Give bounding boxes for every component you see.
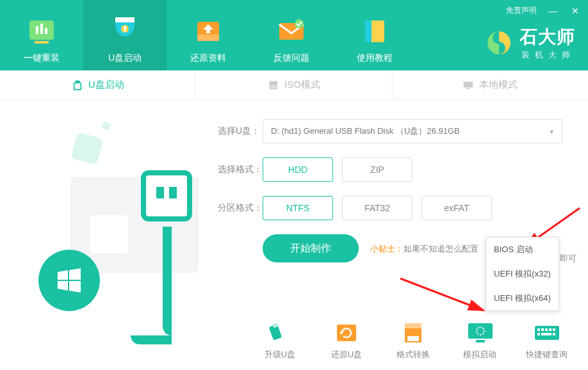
svg-rect-26: [407, 336, 419, 341]
mode-tab-usb[interactable]: U盘启动: [0, 70, 196, 99]
mode-tab-iso[interactable]: ISO ISO模式: [196, 70, 392, 99]
format-option-hdd[interactable]: HDD: [263, 157, 333, 182]
svg-rect-33: [545, 328, 548, 331]
tool-label: 升级U盘: [265, 349, 295, 360]
mode-label: ISO模式: [284, 79, 320, 91]
nav-label: 反馈问题: [274, 52, 309, 64]
popup-item-bios[interactable]: BIOS 启动: [486, 237, 559, 262]
svg-text:ISO: ISO: [271, 84, 278, 89]
keyboard-icon: [534, 322, 559, 344]
topbar: 免责声明 — ✕: [506, 5, 582, 16]
nav-item-feedback[interactable]: 反馈问题: [250, 0, 333, 70]
tip-label: 小贴士：: [370, 244, 404, 253]
nav-label: 一键重装: [24, 52, 60, 64]
brand-name: 石大师: [519, 25, 575, 49]
svg-rect-5: [115, 17, 135, 22]
tool-convert[interactable]: 格式转换: [391, 322, 436, 360]
upgrade-icon: [267, 322, 293, 344]
mode-label: 本地模式: [479, 79, 518, 91]
svg-rect-27: [468, 323, 493, 339]
nav-item-usb[interactable]: U盘启动: [83, 0, 167, 70]
svg-rect-14: [74, 83, 81, 90]
brand-sub: 装机大师: [521, 49, 575, 61]
partition-option-ntfs[interactable]: NTFS: [263, 196, 333, 220]
brand-logo-icon: [485, 29, 513, 57]
svg-rect-3: [45, 28, 47, 34]
tool-label: 模拟启动: [463, 349, 496, 360]
svg-rect-35: [553, 328, 555, 331]
svg-rect-17: [464, 81, 473, 87]
partition-label: 分区格式：: [218, 202, 263, 214]
nav-item-restore[interactable]: 还原资料: [167, 0, 250, 70]
start-button[interactable]: 开始制作: [263, 234, 359, 262]
nav-label: 还原资料: [190, 52, 226, 64]
trailing-text: 即可: [560, 253, 576, 264]
tool-label: 快捷键查询: [526, 349, 568, 360]
svg-rect-34: [549, 328, 551, 331]
tool-hotkey[interactable]: 快捷键查询: [524, 322, 569, 360]
svg-rect-12: [365, 20, 372, 42]
windows-icon: [38, 250, 100, 311]
feedback-icon: [278, 15, 305, 47]
svg-rect-2: [40, 24, 43, 34]
mode-tab-local[interactable]: 本地模式: [393, 70, 588, 99]
nav-label: U盘启动: [108, 52, 142, 64]
disk-select[interactable]: D: (hd1) General USB Flash Disk （U盘）26.9…: [263, 119, 562, 143]
svg-rect-25: [405, 323, 421, 328]
local-icon: [462, 79, 474, 91]
svg-point-10: [295, 19, 304, 28]
popup-item-uefi-x32[interactable]: UEFI 模拟(x32): [486, 262, 559, 286]
restore-usb-icon: [334, 322, 359, 344]
format-option-zip[interactable]: ZIP: [342, 157, 412, 182]
simulate-icon: [467, 322, 493, 344]
svg-rect-36: [537, 333, 540, 335]
nav: 一键重装 U盘启动 还原资料 反馈问题 使用教程: [0, 0, 416, 70]
usb-icon: [111, 15, 138, 47]
tip-text: 如果不知道怎么配置: [404, 244, 478, 253]
chevron-down-icon: ▾: [550, 127, 554, 136]
usb-small-icon: [72, 79, 83, 91]
bottom-toolbar: 升级U盘 还原U盘 格式转换 模拟启动 快捷键查询: [0, 322, 588, 360]
reinstall-icon: [28, 15, 55, 47]
mode-tabs: U盘启动 ISO ISO模式 本地模式: [0, 70, 588, 100]
tutorial-icon: [361, 15, 388, 47]
simulate-popup: BIOS 启动 UEFI 模拟(x32) UEFI 模拟(x64): [486, 237, 559, 311]
partition-option-fat32[interactable]: FAT32: [342, 196, 412, 220]
tool-label: 还原U盘: [331, 349, 362, 360]
popup-item-uefi-x64[interactable]: UEFI 模拟(x64): [486, 286, 559, 310]
svg-rect-31: [537, 328, 540, 331]
nav-label: 使用教程: [357, 52, 393, 64]
tool-simulate[interactable]: 模拟启动: [457, 322, 502, 360]
brand: 石大师 装机大师: [485, 25, 575, 61]
svg-rect-23: [337, 325, 356, 341]
svg-rect-37: [541, 333, 551, 335]
svg-rect-4: [35, 41, 49, 44]
disk-value: D: (hd1) General USB Flash Disk （U盘）26.9…: [271, 125, 460, 137]
nav-item-tutorial[interactable]: 使用教程: [333, 0, 416, 70]
minimize-button[interactable]: —: [546, 6, 560, 16]
illustration: [26, 119, 218, 330]
disk-label: 选择U盘：: [218, 125, 263, 137]
tool-upgrade[interactable]: 升级U盘: [257, 322, 302, 360]
disclaimer-link[interactable]: 免责声明: [506, 5, 537, 16]
svg-rect-1: [36, 26, 38, 34]
svg-rect-28: [476, 340, 485, 342]
mode-label: U盘启动: [88, 79, 124, 91]
restore-icon: [195, 15, 222, 47]
svg-rect-8: [197, 35, 219, 41]
iso-icon: ISO: [268, 79, 279, 91]
convert-icon: [400, 322, 426, 344]
tool-label: 格式转换: [396, 349, 430, 360]
svg-rect-38: [553, 333, 555, 335]
nav-item-reinstall[interactable]: 一键重装: [0, 0, 83, 70]
format-label: 选择格式：: [218, 164, 263, 175]
header: 一键重装 U盘启动 还原资料 反馈问题 使用教程 免责声: [0, 0, 588, 70]
close-button[interactable]: ✕: [569, 6, 582, 16]
svg-rect-18: [467, 88, 470, 89]
tool-restore[interactable]: 还原U盘: [324, 322, 369, 360]
partition-option-exfat[interactable]: exFAT: [421, 196, 492, 220]
svg-rect-32: [541, 328, 544, 331]
